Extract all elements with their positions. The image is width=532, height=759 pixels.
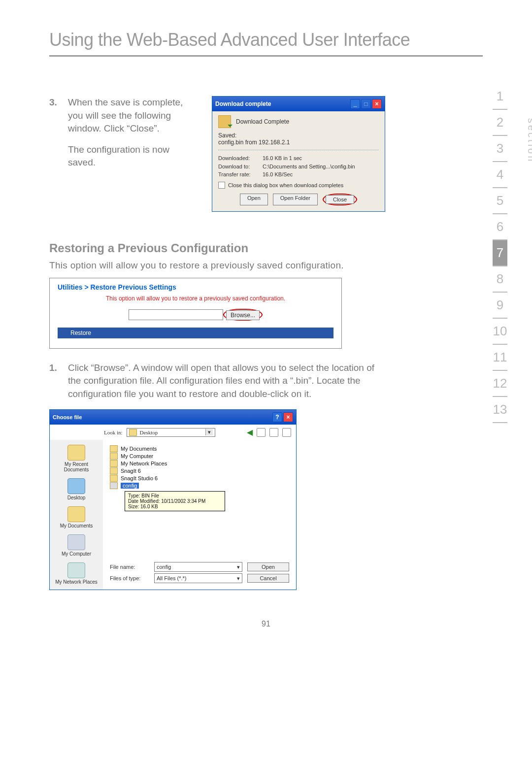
choose-file-title: Choose file: [53, 414, 82, 420]
folder-icon: [129, 429, 137, 436]
list-item-label: SnagIt 6: [121, 468, 141, 474]
download-to-label: Download to:: [218, 163, 263, 171]
file-icon: [110, 482, 118, 489]
step1-number: 1.: [49, 362, 60, 401]
sidebar-desktop-label: Desktop: [67, 495, 86, 500]
sidebar-documents[interactable]: My Documents: [60, 506, 93, 528]
look-in-label: Look in:: [104, 429, 123, 435]
file-type-dropdown[interactable]: All Files (*.*)▾: [154, 573, 242, 583]
cancel-button[interactable]: Cancel: [247, 574, 289, 583]
chevron-down-icon: ▾: [237, 575, 240, 582]
section-nav-item[interactable]: 9: [493, 293, 507, 319]
folder-icon: [110, 467, 118, 474]
download-complete-dialog: Download complete _ □ × Download Complet…: [212, 96, 385, 212]
tooltip-line: Size: 16.0 KB: [128, 504, 222, 509]
list-item[interactable]: My Documents: [110, 445, 289, 452]
open-button[interactable]: Open: [247, 562, 289, 571]
file-tooltip: Type: BIN File Date Modified: 10/11/2002…: [125, 491, 225, 511]
network-icon: [67, 562, 85, 578]
file-name-value: config: [157, 564, 171, 570]
section-nav-item[interactable]: 6: [493, 214, 507, 240]
close-icon[interactable]: ×: [372, 99, 382, 109]
help-icon[interactable]: ?: [272, 412, 282, 422]
sidebar-desktop[interactable]: Desktop: [67, 478, 86, 500]
list-item-label: config: [121, 483, 139, 489]
download-to-value: C:\Documents and Setting...\config.bin: [263, 163, 355, 171]
browse-button[interactable]: Browse...: [226, 310, 260, 320]
list-item-label: My Network Places: [121, 461, 167, 466]
saved-value: config.bin from 192.168.2.1: [218, 139, 379, 146]
list-item-label: My Computer: [121, 453, 153, 459]
restore-button[interactable]: Restore: [58, 328, 333, 338]
recent-icon: [67, 445, 85, 461]
sidebar-network-label: My Network Places: [55, 579, 98, 585]
file-name-input[interactable]: config▾: [154, 562, 242, 572]
folder-icon: [110, 460, 118, 467]
list-item-selected[interactable]: config: [110, 482, 289, 489]
restore-file-input[interactable]: [129, 309, 223, 320]
section-nav: 12345678910111213: [488, 84, 512, 423]
page-number: 91: [49, 620, 483, 628]
up-folder-icon[interactable]: [257, 428, 266, 437]
section-nav-item[interactable]: 11: [493, 345, 507, 371]
section-nav-item[interactable]: 3: [493, 136, 507, 162]
tooltip-line: Type: BIN File: [128, 493, 222, 498]
step3-paragraph-1: When the save is complete, you will see …: [68, 96, 197, 135]
maximize-icon: □: [361, 99, 371, 109]
back-icon[interactable]: ◀: [247, 428, 253, 437]
list-item-label: SnagIt Studio 6: [121, 475, 158, 481]
section-nav-item[interactable]: 4: [493, 162, 507, 188]
sidebar-documents-label: My Documents: [60, 523, 93, 528]
choose-file-dialog: Choose file ? × Look in: Desktop ▾ ◀: [49, 409, 297, 590]
section-nav-item[interactable]: 5: [493, 188, 507, 214]
desktop-icon: [67, 478, 85, 494]
chevron-down-icon: ▾: [237, 564, 240, 570]
list-item[interactable]: SnagIt 6: [110, 467, 289, 474]
dialog-title: Download complete: [215, 100, 271, 107]
close-when-complete-checkbox[interactable]: [218, 182, 225, 189]
open-button[interactable]: Open: [240, 194, 268, 205]
section-nav-item[interactable]: 12: [493, 371, 507, 397]
restore-panel-title: Utilities > Restore Previous Settings: [58, 283, 333, 291]
browse-button-highlight: Browse...: [223, 309, 263, 321]
sidebar-recent-label: My Recent Documents: [64, 462, 89, 472]
section-nav-item[interactable]: 8: [493, 266, 507, 293]
section-nav-item[interactable]: 1: [493, 84, 507, 110]
list-item[interactable]: My Network Places: [110, 460, 289, 467]
look-in-dropdown[interactable]: Desktop ▾: [127, 428, 215, 437]
list-item[interactable]: My Computer: [110, 453, 289, 460]
downloaded-label: Downloaded:: [218, 154, 263, 163]
step3-paragraph-2: The configuration is now saved.: [68, 143, 197, 169]
section-nav-item[interactable]: 13: [493, 397, 507, 423]
sidebar-network[interactable]: My Network Places: [55, 562, 98, 585]
close-button-highlight: Close: [323, 194, 357, 205]
restore-panel: Utilities > Restore Previous Settings Th…: [49, 278, 342, 349]
open-folder-button[interactable]: Open Folder: [273, 194, 318, 205]
download-complete-label: Download Complete: [236, 118, 289, 125]
minimize-icon[interactable]: _: [350, 99, 360, 109]
saved-label: Saved:: [218, 132, 379, 139]
file-type-value: All Files (*.*): [157, 575, 187, 581]
close-icon[interactable]: ×: [283, 412, 293, 422]
transfer-rate-value: 16.0 KB/Sec: [263, 170, 293, 179]
sidebar-computer[interactable]: My Computer: [62, 534, 91, 557]
sidebar-computer-label: My Computer: [62, 551, 91, 557]
sidebar-recent[interactable]: My Recent Documents: [52, 445, 101, 472]
section-nav-item[interactable]: 10: [493, 319, 507, 345]
close-when-complete-label: Close this dialog box when download comp…: [228, 182, 343, 188]
downloaded-value: 16.0 KB in 1 sec: [263, 154, 302, 163]
restoring-heading: Restoring a Previous Configuration: [49, 241, 483, 255]
section-nav-item[interactable]: 7: [493, 240, 507, 266]
restore-panel-desc: This option will allow you to restore a …: [58, 295, 333, 302]
views-icon[interactable]: [282, 428, 291, 437]
folder-icon: [110, 445, 118, 452]
transfer-rate-label: Transfer rate:: [218, 170, 263, 179]
download-icon: [218, 115, 231, 128]
list-item[interactable]: SnagIt Studio 6: [110, 475, 289, 482]
section-nav-item[interactable]: 2: [493, 110, 507, 136]
new-folder-icon[interactable]: [269, 428, 278, 437]
look-in-value: Desktop: [140, 429, 158, 435]
file-list: My Documents My Computer My Network Plac…: [108, 443, 291, 515]
close-button[interactable]: Close: [326, 195, 354, 204]
computer-icon: [67, 534, 85, 550]
